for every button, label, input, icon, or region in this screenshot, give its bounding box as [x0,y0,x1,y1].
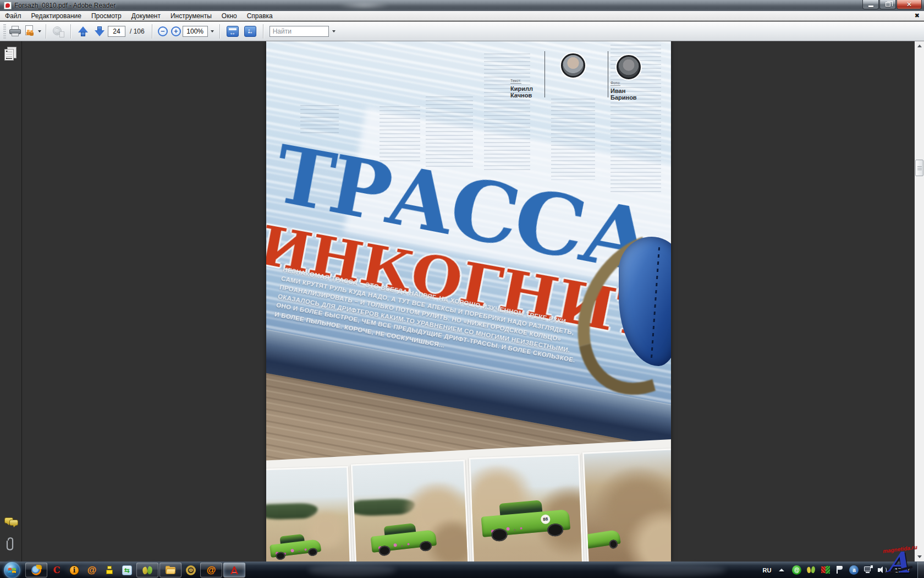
scrollbar-thumb[interactable] [915,160,923,176]
clock[interactable]: 17:07 [894,567,910,574]
showthrough-text [551,99,595,180]
collaborate-icon [24,25,36,37]
author-credits: Текст: Кирилл Качнов Фото: Иван Баринов [503,47,668,107]
author-photo [561,53,585,78]
language-indicator[interactable]: RU [763,567,772,574]
menu-document[interactable]: Документ [127,11,166,20]
restore-button[interactable] [879,0,896,9]
page-total-label: / 106 [130,28,145,35]
arrow-down-icon [94,25,106,37]
menu-bar: Файл Редактирование Просмотр Документ Ин… [0,11,924,21]
photographer-photo [617,55,641,79]
document-close-icon[interactable]: ✖ [915,12,920,19]
system-tray: RU @ a 17:07 [763,562,924,578]
drift-photo-4 [582,448,671,561]
taskbar-mailru-agent[interactable]: @ [200,563,222,577]
close-button[interactable]: ✕ [897,0,922,9]
glass-reflection [336,2,407,9]
page-artwork: Текст: Кирилл Качнов Фото: Иван Баринов … [266,41,671,561]
network-icon[interactable] [864,565,873,575]
menu-edit[interactable]: Редактирование [26,11,86,20]
show-desktop-button[interactable] [917,562,924,578]
text-credit-name: Кирилл Качнов [510,85,533,99]
previous-page-button[interactable] [75,24,91,39]
antivirus-tray-icon[interactable] [821,565,830,575]
document-view: Текст: Кирилл Качнов Фото: Иван Баринов … [0,41,924,561]
vertical-scrollbar[interactable] [915,41,924,561]
photo-credit-name: Иван Баринов [610,88,637,101]
print-icon [9,26,22,37]
page-number-input[interactable] [108,26,125,37]
text-credit-label: Текст: [510,79,521,84]
red-browser-icon: C [53,565,61,575]
search-input[interactable] [270,26,329,37]
at-sign-icon: @ [207,565,216,576]
hidden-icons-arrow[interactable] [779,569,784,571]
adobe-reader-window: Forsazh_0810.pdf - Adobe Reader ✕ Файл Р… [0,0,924,578]
attachments-panel-icon[interactable] [5,536,17,553]
taskbar: C i @ ⇆ Ф @ RU @ a 17:07 [0,561,924,578]
toolbar: / 106 − + 100% ↔ ↔↔ [0,21,924,41]
chevron-down-icon [38,30,41,32]
start-button[interactable] [4,562,20,578]
menu-view[interactable]: Просмотр [86,11,127,20]
menu-help[interactable]: Справка [242,11,278,20]
window-title: Forsazh_0810.pdf - Adobe Reader [14,2,116,9]
showthrough-text [300,105,339,134]
zoom-dropdown-button[interactable] [208,26,216,37]
taskbar-firefox[interactable] [25,563,47,577]
menu-window[interactable]: Окно [217,11,242,20]
minimize-button[interactable] [862,0,879,9]
pages-panel-icon[interactable] [4,47,18,61]
butterfly-icon [142,565,152,575]
scroll-down-button[interactable] [915,552,924,561]
collaborate-button[interactable] [24,24,41,39]
photo-credit-label: Фото: [610,81,620,86]
drift-photo-1 [266,466,353,561]
navigation-rail [0,41,22,561]
folder-icon [166,565,175,575]
taskbar-adobe-reader[interactable] [223,563,245,577]
adobe-reader-icon [229,565,239,575]
share-globe-icon [52,25,64,37]
zoom-level-value[interactable]: 100% [183,26,208,37]
title-bar: Forsazh_0810.pdf - Adobe Reader ✕ [0,0,924,11]
menu-file[interactable]: Файл [0,11,26,20]
comments-panel-icon[interactable] [4,516,19,528]
menu-tools[interactable]: Инструменты [166,11,217,20]
drift-photo-3: 88 [469,454,585,561]
transfer-arrows-icon: ⇆ [122,565,132,575]
taskbar-red-browser[interactable]: C [50,563,64,578]
toolbar-grip [3,24,6,39]
firefox-icon [31,565,41,575]
photo-strip: 88 [266,439,671,561]
fit-page-button[interactable]: ↔↔ [244,26,256,37]
pdf-page: Текст: Кирилл Качнов Фото: Иван Баринов … [266,41,671,561]
scroll-up-button[interactable] [915,41,924,51]
info-icon: i [69,565,79,575]
blue-a-tray-icon[interactable]: a [849,565,859,575]
taskbar-coin-app[interactable]: Ф [184,563,198,578]
print-button[interactable] [8,24,23,39]
pdf-file-icon [4,2,12,9]
search-dropdown-button[interactable] [329,26,338,37]
qip-icon [105,565,114,575]
coin-icon: Ф [186,565,196,575]
drift-photo-2 [351,460,471,561]
volume-icon[interactable] [878,565,887,575]
fit-width-button[interactable]: ↔ [227,26,239,37]
mailru-agent-tray-icon[interactable]: @ [792,565,801,575]
share-button[interactable] [51,24,66,39]
qip-tray-icon[interactable] [806,565,816,575]
next-page-button[interactable] [92,24,107,39]
zoom-out-button[interactable]: − [158,26,168,36]
action-center-flag-icon[interactable] [835,565,844,575]
zoom-in-button[interactable]: + [171,26,181,36]
arrow-up-icon [77,25,89,37]
